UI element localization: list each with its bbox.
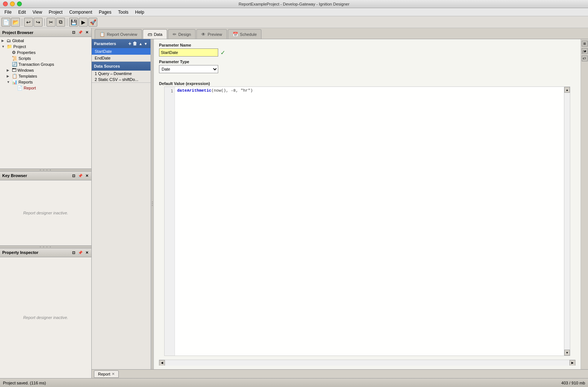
title-bar: ReportExampleProject - Develop-Gateway -… (0, 0, 588, 8)
toolbar-open-btn[interactable]: 📂 (11, 18, 20, 27)
tab-schedule[interactable]: 📅 Schedule (228, 29, 262, 39)
pin-icon[interactable]: 📌 (77, 30, 83, 35)
menu-pages[interactable]: Pages (96, 9, 114, 16)
param-type-select[interactable]: Date String Integer Float Boolean (159, 65, 218, 73)
hscroll-track (165, 360, 570, 366)
code-gutter: 1 (165, 87, 175, 356)
param-item-enddate[interactable]: EndDate (92, 55, 151, 61)
menu-project[interactable]: Project (46, 9, 65, 16)
toolbar-new-btn[interactable]: 📄 (1, 18, 10, 27)
side-expand-btn[interactable]: ⊞ (582, 41, 588, 47)
pi-pin-icon[interactable]: 📌 (77, 250, 83, 255)
key-browser-split-handle[interactable]: • • • • (0, 169, 91, 172)
scroll-down-button[interactable]: ▼ (564, 350, 570, 356)
tree-label-transaction-groups: Transaction Groups (18, 62, 54, 67)
data-source-static-csv[interactable]: 2 Static CSV – shiftDo... (92, 77, 151, 82)
delete-param-button[interactable]: 🗑 (132, 41, 138, 46)
code-editor-wrapper[interactable]: 1 dateArithmetic(now(), -8, "hr") ▲ ▼ (164, 86, 570, 356)
report-icon: 📄 (17, 85, 23, 91)
toolbar-publish-btn[interactable]: ▶ (79, 18, 88, 27)
vertical-split-handle[interactable]: ••• (151, 39, 154, 369)
key-browser-content: Report designer inactive. (0, 180, 91, 245)
code-keyword: dateArithmetic (177, 88, 211, 93)
tab-data[interactable]: 🗃 Data (143, 29, 167, 39)
data-source-query-downtime[interactable]: 1 Query – Downtime (92, 71, 151, 77)
move-param-up-button[interactable]: ▲ (138, 42, 143, 46)
tab-preview[interactable]: 👁 Preview (196, 29, 227, 39)
property-inspector-header: Property Inspector ⊡ 📌 ✕ (0, 248, 91, 257)
tree-item-windows[interactable]: ▶ 🗔 Windows (0, 67, 91, 73)
window-controls[interactable] (3, 1, 22, 6)
menu-tools[interactable]: Tools (115, 9, 131, 16)
toolbar-sep-3 (67, 18, 67, 26)
scroll-up-button[interactable]: ▲ (564, 87, 570, 93)
kb-restore-icon[interactable]: ⊡ (71, 173, 76, 178)
toolbar-redo-btn[interactable]: ↪ (34, 18, 43, 27)
add-param-button[interactable]: + (128, 41, 132, 46)
tree-item-reports[interactable]: ▼ 📊 Reports (0, 79, 91, 85)
toolbar-undo-btn[interactable]: ↩ (24, 18, 33, 27)
kb-pin-icon[interactable]: 📌 (77, 173, 83, 178)
tree-label-report: Report (24, 86, 36, 90)
tree-item-report[interactable]: 📄 Report (0, 85, 91, 91)
left-panel: Project Browser ⊡ 📌 ✕ ▶ 🗂 Global ▼ 📁 Pro… (0, 28, 92, 378)
menu-component[interactable]: Component (66, 9, 95, 16)
toolbar-copy-btn[interactable]: ⧉ (56, 18, 65, 27)
tab-design-label: Design (178, 32, 191, 37)
code-content[interactable]: dateArithmetic(now(), -8, "hr") (175, 87, 564, 356)
tree-item-properties[interactable]: ⚙ Properties (0, 50, 91, 55)
side-panel: ⊞ f◉ 🏷 (581, 39, 588, 369)
data-nav: Parameters + 🗑 ▲ ▼ StartDate EndDate (92, 39, 151, 369)
side-tag-btn[interactable]: 🏷 (582, 55, 588, 61)
property-inspector-split-handle[interactable]: • • • • (0, 245, 91, 248)
pi-restore-icon[interactable]: ⊡ (71, 250, 76, 255)
close-panel-icon[interactable]: ✕ (85, 30, 89, 35)
save-icon: 💾 (71, 19, 77, 25)
menu-bar: File Edit View Project Component Pages T… (0, 8, 588, 16)
menu-help[interactable]: Help (132, 9, 147, 16)
hscroll-left-button[interactable]: ◀ (159, 360, 165, 366)
tab-report-overview[interactable]: 📋 Report Overview (95, 29, 142, 39)
editor-vscroll[interactable]: ▲ ▼ (564, 87, 570, 356)
toolbar-save-btn[interactable]: 💾 (69, 18, 78, 27)
toolbar-launch-btn[interactable]: 🚀 (88, 18, 97, 27)
tree-item-scripts[interactable]: 📜 Scripts (0, 55, 91, 61)
minimize-button[interactable] (10, 1, 15, 6)
close-button[interactable] (3, 1, 8, 6)
cut-icon: ✂ (49, 19, 53, 25)
restore-icon[interactable]: ⊡ (71, 30, 76, 35)
menu-edit[interactable]: Edit (15, 9, 29, 16)
pi-close-icon[interactable]: ✕ (85, 250, 89, 255)
bottom-tab-close-icon[interactable]: ✕ (112, 372, 115, 376)
editor-hscroll[interactable]: ◀ ▶ (159, 360, 575, 366)
status-bar: Project saved. (116 ms) 403 / 910 mb (0, 378, 588, 387)
key-browser-inactive-text: Report designer inactive. (23, 211, 68, 215)
move-param-down-button[interactable]: ▼ (143, 42, 148, 46)
project-icon: 📁 (7, 44, 12, 49)
default-value-label: Default Value (expression) (154, 80, 581, 86)
scroll-track (564, 93, 570, 350)
tree-arrow-project: ▼ (1, 45, 7, 48)
status-coords: 403 / 910 mb (561, 381, 585, 385)
bottom-tab-report[interactable]: Report ✕ (94, 370, 119, 378)
tree-label-scripts: Scripts (18, 56, 31, 61)
toolbar: 📄 📂 ↩ ↪ ✂ ⧉ 💾 ▶ 🚀 (0, 16, 588, 28)
tab-design[interactable]: ✏ Design (168, 29, 196, 39)
menu-view[interactable]: View (30, 9, 45, 16)
maximize-button[interactable] (17, 1, 22, 6)
toolbar-cut-btn[interactable]: ✂ (47, 18, 55, 27)
tree-item-global[interactable]: ▶ 🗂 Global (0, 38, 91, 44)
valid-check-icon: ✓ (220, 49, 225, 56)
hscroll-right-button[interactable]: ▶ (570, 360, 575, 366)
side-function-btn[interactable]: f◉ (582, 48, 588, 54)
main-layout: Project Browser ⊡ 📌 ✕ ▶ 🗂 Global ▼ 📁 Pro… (0, 28, 588, 378)
kb-close-icon[interactable]: ✕ (85, 173, 89, 178)
toolbar-sep-2 (44, 18, 45, 26)
param-name-input[interactable] (159, 48, 218, 57)
tree-item-project[interactable]: ▼ 📁 Project (0, 44, 91, 50)
tree-item-transaction-groups[interactable]: 🔄 Transaction Groups (0, 61, 91, 67)
menu-file[interactable]: File (1, 9, 14, 16)
reports-icon: 📊 (12, 79, 17, 85)
param-item-startdate[interactable]: StartDate (92, 48, 151, 55)
tree-item-templates[interactable]: ▶ 📋 Templates (0, 73, 91, 79)
